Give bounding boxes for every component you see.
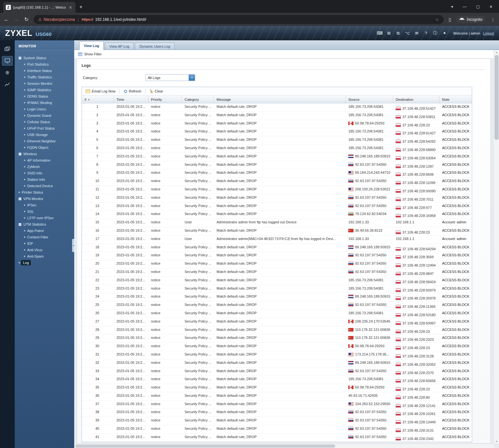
log-row[interactable]: 142023-01-05 19:2...noticeSecurity Polic…: [82, 211, 472, 219]
log-row[interactable]: 172023-01-05 19:2...noticeUserAdministra…: [82, 236, 472, 244]
log-row[interactable]: 262023-01-05 19:2...noticeSecurity Polic…: [82, 310, 472, 318]
sidebar-item-igmp-statistics[interactable]: IGMP Statistics: [15, 87, 74, 93]
collapse-icon[interactable]: −: [19, 57, 21, 60]
window-close-button[interactable]: ✕: [489, 4, 493, 9]
log-row[interactable]: 282023-01-05 19:2...noticeSecurity Polic…: [82, 326, 472, 335]
sidebar-item-ddns-status[interactable]: DDNS Status: [15, 93, 74, 100]
log-row[interactable]: 22023-01-05 19:2...noticeSecurity Policy…: [82, 112, 472, 120]
cli-console-icon[interactable]: ⌨: [376, 31, 383, 36]
sidebar-item-vpn-monitor[interactable]: −VPN Monitor: [15, 196, 74, 202]
sidebar-item-cellular-status[interactable]: Cellular Status: [15, 119, 74, 125]
tab-search-icon[interactable]: ▾: [451, 4, 453, 9]
log-row[interactable]: 362023-01-05 19:2...noticeSecurity Polic…: [82, 392, 472, 401]
tab-view-log[interactable]: View Log: [79, 41, 104, 50]
collapse-icon[interactable]: −: [19, 153, 21, 156]
configuration-rail-icon[interactable]: [2, 68, 13, 77]
scroll-down-arrow[interactable]: ▼: [494, 439, 499, 444]
favorites-rail-icon[interactable]: [2, 44, 13, 54]
wizard-icon[interactable]: ✦: [441, 31, 448, 36]
refresh-button[interactable]: Refresh: [123, 89, 142, 93]
log-row[interactable]: 252023-01-05 19:2...noticeSecurity Polic…: [82, 301, 472, 310]
browser-menu-icon[interactable]: ⋮: [491, 17, 495, 22]
sidebar-item-session-monitor[interactable]: Session Monitor: [15, 80, 74, 87]
sidebar-item-wireless[interactable]: −Wireless: [15, 151, 74, 157]
sidebar-item-ipsec[interactable]: IPSec: [15, 202, 74, 208]
sidebar-item-interface-status[interactable]: Interface Status: [15, 68, 74, 74]
horizontal-scrollbar[interactable]: [74, 444, 494, 448]
sidebar-item-idp[interactable]: IDP: [15, 240, 74, 247]
log-row[interactable]: 52023-01-05 19:2...noticeSecurity Policy…: [82, 136, 472, 145]
reload-button[interactable]: ↻: [24, 16, 28, 22]
sidebar-item-utm-statistics[interactable]: −UTM Statistics: [15, 221, 74, 228]
column-header-priority[interactable]: Priority: [148, 96, 182, 103]
clear-button[interactable]: Clear: [148, 89, 164, 93]
logout-link[interactable]: Logout: [483, 31, 494, 35]
tab-view-ap-log[interactable]: View AP Log: [105, 43, 134, 50]
web-console-icon[interactable]: ⊞: [386, 31, 392, 36]
log-row[interactable]: 42023-01-05 19:2...noticeSecurity Policy…: [82, 128, 472, 136]
sidebar-item-content-filter[interactable]: Content Filter: [15, 234, 74, 240]
log-row[interactable]: 222023-01-05 19:2...noticeSecurity Polic…: [82, 277, 472, 285]
log-row[interactable]: 32023-01-05 19:2...noticeSecurity Policy…: [82, 120, 472, 128]
column-header-time[interactable]: Time: [114, 96, 148, 103]
column-header-message[interactable]: Message: [214, 96, 346, 103]
log-row[interactable]: 202023-01-05 19:2...noticeSecurity Polic…: [82, 260, 472, 268]
category-dropdown[interactable]: All Logs ▼: [146, 74, 195, 81]
log-row[interactable]: 152023-01-05 19:2...noticeUserAdministra…: [82, 219, 472, 227]
show-filter-bar[interactable]: Show Filter: [74, 50, 499, 59]
sidebar-item-port-statistics[interactable]: Port Statistics: [15, 61, 74, 68]
tab-close-icon[interactable]: ✕: [68, 5, 73, 10]
horizontal-scrollbar-thumb[interactable]: [75, 444, 335, 448]
bookmark-star-icon[interactable]: ☆: [435, 17, 439, 22]
log-row[interactable]: 402023-01-05 19:2...noticeSecurity Polic…: [82, 425, 472, 434]
sidebar-item-log[interactable]: Log: [15, 260, 74, 266]
about-icon[interactable]: ⓘ: [432, 31, 439, 36]
not-secure-warning-icon[interactable]: ⚠: [38, 17, 42, 22]
log-row[interactable]: 392023-01-05 19:2...noticeSecurity Polic…: [82, 417, 472, 425]
forward-button[interactable]: →: [14, 17, 19, 22]
sidebar-item-traffic-statistics[interactable]: Traffic Statistics: [15, 74, 74, 80]
log-row[interactable]: 112023-01-05 19:2...noticeSecurity Polic…: [82, 186, 472, 194]
scroll-up-arrow[interactable]: ▲: [494, 50, 499, 54]
collapse-icon[interactable]: −: [19, 197, 21, 200]
sidebar-item-app-patrol[interactable]: App Patrol: [15, 228, 74, 234]
address-bar[interactable]: ⚠ Niezabezpieczona | https:// 192.168.1.…: [34, 15, 443, 24]
forum-icon[interactable]: ✉: [414, 31, 420, 36]
sidebar-item-l2tp-over-ipsec[interactable]: L2TP over IPSec: [15, 215, 74, 221]
sidebar-item-usb-storage[interactable]: USB Storage: [15, 132, 74, 138]
log-row[interactable]: 382023-01-05 19:2...noticeSecurity Polic…: [82, 409, 472, 417]
not-secure-label[interactable]: Niezabezpieczona: [44, 17, 75, 22]
sidebar-item-printer-status[interactable]: Printer Status: [15, 189, 74, 196]
log-row[interactable]: 372023-01-05 19:2...noticeSecurity Polic…: [82, 401, 472, 409]
log-row[interactable]: 342023-01-05 19:2...noticeSecurity Polic…: [82, 376, 472, 384]
log-row[interactable]: 302023-01-05 19:2...noticeSecurity Polic…: [82, 343, 472, 351]
side-panel-icon[interactable]: ▯: [449, 17, 451, 22]
log-row[interactable]: 332023-01-05 19:2...noticeSecurity Polic…: [82, 368, 472, 376]
column-header-note[interactable]: Note: [440, 96, 472, 103]
log-row[interactable]: 412023-01-05 19:2...noticeSecurity Polic…: [82, 434, 472, 442]
sidebar-item-station-info[interactable]: Station Info: [15, 176, 74, 183]
log-row[interactable]: 122023-01-05 19:2...noticeSecurity Polic…: [82, 194, 472, 203]
log-row[interactable]: 162023-01-05 19:2...noticeSecurity Polic…: [82, 227, 472, 236]
log-row[interactable]: 102023-01-05 19:2...noticeSecurity Polic…: [82, 178, 472, 186]
log-row[interactable]: 92023-01-05 19:2...noticeSecurity Policy…: [82, 169, 472, 178]
email-log-now-button[interactable]: Email Log Now: [85, 89, 116, 93]
sidebar-item-anti-virus[interactable]: Anti-Virus: [15, 247, 74, 253]
panel-icon[interactable]: ⧉: [395, 31, 401, 36]
window-maximize-button[interactable]: ▢: [476, 4, 480, 9]
column-header-destination[interactable]: Destination: [393, 96, 440, 103]
monitor-rail-icon[interactable]: [2, 56, 13, 66]
site-map-icon[interactable]: ⌥: [404, 31, 411, 36]
log-row[interactable]: 292023-01-05 19:2...noticeSecurity Polic…: [82, 334, 472, 343]
sidebar-item-ip-mac-binding[interactable]: IP/MAC Binding: [15, 100, 74, 106]
log-row[interactable]: 192023-01-05 19:2...noticeSecurity Polic…: [82, 252, 472, 260]
log-row[interactable]: 232023-01-05 19:2...noticeSecurity Polic…: [82, 285, 472, 293]
window-minimize-button[interactable]: —: [463, 4, 467, 9]
sidebar-item-system-status[interactable]: −System Status: [15, 55, 74, 61]
new-tab-button[interactable]: +: [79, 4, 83, 10]
log-row[interactable]: 272023-01-05 19:2...noticeSecurity Polic…: [82, 318, 472, 326]
sidebar-item-fqdn-object[interactable]: FQDN Object: [15, 144, 74, 151]
log-row[interactable]: 62023-01-05 19:2...noticeSecurity Policy…: [82, 145, 472, 153]
maintenance-rail-icon[interactable]: [2, 80, 13, 89]
sidebar-item-zymesh[interactable]: ZyMesh: [15, 164, 74, 170]
